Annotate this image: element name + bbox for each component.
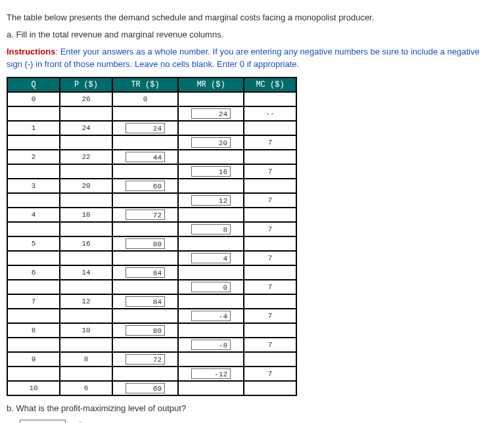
cell-q: 4 (7, 208, 60, 222)
tr-input[interactable]: 72 (126, 354, 165, 365)
table-row: 81080 (7, 323, 296, 338)
table-row: 41872 (7, 208, 296, 222)
tr-input[interactable]: 80 (126, 238, 165, 249)
data-table: Q P ($) TR ($) MR ($) MC ($) 026024--124… (7, 77, 297, 396)
mr-input[interactable]: 12 (191, 195, 231, 206)
cell-mr: 20 (178, 135, 244, 150)
cell-mc: 7 (244, 135, 296, 150)
tr-input[interactable]: 72 (126, 210, 165, 220)
table-row: 12424 (7, 121, 296, 135)
cell-mr-empty (178, 323, 244, 338)
intro-text-1: The table below presents the demand sche… (7, 12, 497, 24)
cell-mr: 4 (178, 251, 244, 265)
tr-input[interactable]: 60 (126, 383, 165, 393)
mr-input[interactable]: 8 (191, 224, 231, 234)
cell-mc: 7 (244, 164, 296, 179)
cell-mr-empty (178, 92, 244, 106)
mr-input[interactable]: 16 (191, 166, 231, 177)
cell-empty (112, 193, 178, 208)
cell-mc-empty (244, 208, 296, 222)
cell-mc-empty (244, 352, 296, 367)
cell-mc: 7 (244, 251, 296, 265)
tr-input[interactable]: 84 (126, 267, 165, 278)
cell-mr: -4 (178, 309, 244, 323)
cell-empty (112, 338, 178, 352)
cell-mr-empty (178, 208, 244, 222)
instructions-text: : Enter your answers as a whole number. … (7, 47, 480, 68)
cell-mc-empty (244, 265, 296, 280)
cell-empty (7, 367, 60, 381)
cell-p: 20 (60, 179, 112, 193)
cell-mc: -- (244, 106, 296, 121)
cell-empty (112, 164, 178, 179)
table-row-inter: 207 (7, 135, 296, 150)
cell-empty (112, 280, 178, 294)
cell-mr-empty (178, 236, 244, 251)
cell-q: 1 (7, 121, 60, 135)
cell-mr: 8 (178, 222, 244, 236)
cell-mr-empty (178, 265, 244, 280)
cell-p: 18 (60, 208, 112, 222)
cell-empty (60, 106, 112, 121)
cell-p: 16 (60, 236, 112, 251)
cell-empty (112, 106, 178, 121)
cell-mr-empty (178, 294, 244, 309)
cell-mr-empty (178, 179, 244, 193)
mr-input[interactable]: 24 (191, 108, 231, 119)
tr-input[interactable]: 84 (126, 296, 165, 307)
cell-mc-empty (244, 150, 296, 164)
cell-empty (112, 309, 178, 323)
cell-empty (112, 251, 178, 265)
mr-input[interactable]: 0 (191, 282, 231, 292)
cell-empty (60, 135, 112, 150)
table-row-inter: 87 (7, 222, 296, 236)
cell-tr: 72 (112, 352, 178, 367)
cell-mr-empty (178, 150, 244, 164)
cell-p: 10 (60, 323, 112, 338)
cell-q: 2 (7, 150, 60, 164)
cell-empty (60, 193, 112, 208)
cell-empty (112, 367, 178, 381)
cell-tr: 0 (112, 92, 178, 106)
table-row-inter: -47 (7, 309, 296, 323)
cell-mc-empty (244, 92, 296, 106)
tr-input[interactable]: 60 (126, 181, 165, 191)
instructions-label: Instructions (7, 47, 55, 56)
tr-input[interactable]: 24 (126, 123, 165, 133)
header-mc: MC ($) (244, 78, 296, 92)
cell-p: 22 (60, 150, 112, 164)
table-row-inter: -87 (7, 338, 296, 352)
mr-input[interactable]: 4 (191, 253, 231, 263)
cell-mc-empty (244, 179, 296, 193)
tr-input[interactable]: 80 (126, 325, 165, 336)
cell-mc-empty (244, 323, 296, 338)
cell-empty (7, 280, 60, 294)
answer-b-input[interactable]: 7 (20, 420, 66, 423)
cell-tr: 72 (112, 208, 178, 222)
mr-input[interactable]: 20 (191, 137, 231, 148)
cell-tr: 60 (112, 381, 178, 395)
cell-empty (60, 367, 112, 381)
question-b: b. What is the profit-maximizing level o… (7, 403, 497, 414)
cell-mr: -8 (178, 338, 244, 352)
cell-tr: 60 (112, 179, 178, 193)
header-q: Q (7, 78, 60, 92)
cell-mr: 0 (178, 280, 244, 294)
cell-p: 14 (60, 265, 112, 280)
cell-mc: 7 (244, 309, 296, 323)
cell-p: 6 (60, 381, 112, 395)
mr-input[interactable]: -4 (191, 311, 231, 321)
table-row-inter: 07 (7, 280, 296, 294)
cell-mc-empty (244, 381, 296, 395)
mr-input[interactable]: -8 (191, 340, 231, 350)
mr-input[interactable]: -12 (191, 368, 231, 379)
cell-empty (60, 222, 112, 236)
tr-input[interactable]: 44 (126, 152, 165, 162)
cell-empty (60, 164, 112, 179)
cell-tr: 84 (112, 265, 178, 280)
cell-q: 8 (7, 323, 60, 338)
table-row-inter: 47 (7, 251, 296, 265)
table-row-inter: -127 (7, 367, 296, 381)
cell-empty (7, 251, 60, 265)
cell-mr-empty (178, 352, 244, 367)
